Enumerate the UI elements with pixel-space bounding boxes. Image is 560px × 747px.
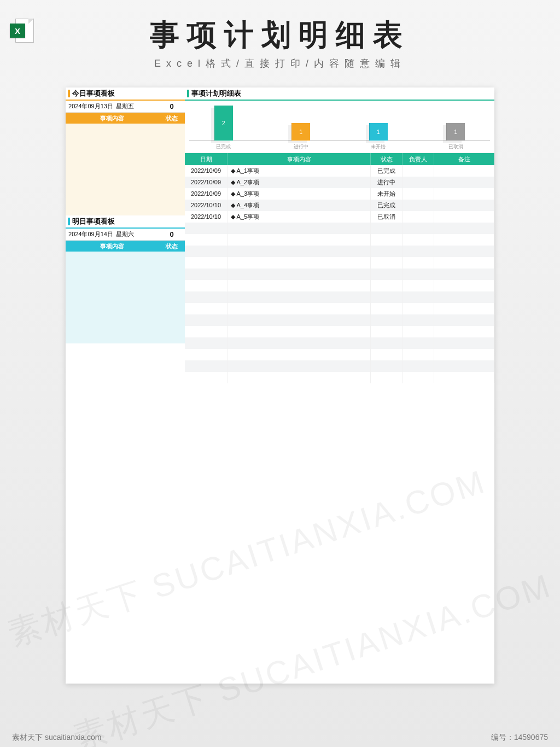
grid-hdr-date: 日期	[185, 153, 228, 165]
grid-header: 日期 事项内容 状态 负责人 备注	[185, 153, 494, 165]
cell-date	[185, 246, 228, 257]
cell-status	[371, 246, 402, 257]
cell-status: 已取消	[371, 211, 402, 223]
cell-content: ◆ A_1事项	[228, 165, 371, 177]
cell-note	[434, 177, 494, 188]
cell-owner	[402, 200, 434, 211]
cell-date	[185, 257, 228, 269]
table-row[interactable]	[185, 291, 494, 303]
grid-hdr-status: 状态	[371, 153, 402, 165]
cell-note	[434, 165, 494, 177]
cell-date	[185, 303, 228, 314]
cell-owner	[402, 246, 434, 257]
table-row[interactable]	[185, 246, 494, 257]
cell-date: 2022/10/09	[185, 165, 228, 177]
table-row[interactable]	[185, 257, 494, 269]
table-row[interactable]	[185, 349, 494, 360]
today-header-row: 事项内容 状态	[66, 113, 185, 124]
status-chart: 2111 已完成进行中未开始已取消	[185, 101, 494, 153]
cell-content	[228, 280, 371, 291]
cell-note	[434, 360, 494, 372]
cell-status: 已完成	[371, 165, 402, 177]
cell-content: ◆ A_3事项	[228, 188, 371, 200]
grid-body: 2022/10/09◆ A_1事项已完成2022/10/09◆ A_2事项进行中…	[185, 165, 494, 383]
cell-content	[228, 234, 371, 246]
today-body	[66, 124, 185, 215]
cell-date: 2022/10/10	[185, 211, 228, 223]
cell-date	[185, 337, 228, 349]
accent-bar-icon	[68, 218, 70, 225]
cell-date	[185, 349, 228, 360]
tomorrow-count: 0	[159, 230, 185, 238]
left-column: 今日事项看板 2024年09月13日 星期五 0 事项内容 状态 明日事项看板	[66, 87, 185, 684]
cell-owner	[402, 303, 434, 314]
table-row[interactable]	[185, 326, 494, 337]
cell-owner	[402, 280, 434, 291]
main-panel-title: 事项计划明细表	[185, 87, 494, 101]
table-row[interactable]	[185, 303, 494, 314]
template-sheet: 今日事项看板 2024年09月13日 星期五 0 事项内容 状态 明日事项看板	[66, 87, 494, 684]
table-row[interactable]	[185, 314, 494, 326]
table-row[interactable]	[185, 360, 494, 372]
chart-bar: 1	[369, 123, 388, 141]
cell-date	[185, 269, 228, 280]
today-hdr-content: 事项内容	[66, 113, 159, 124]
table-row[interactable]: 2022/10/09◆ A_2事项进行中	[185, 177, 494, 188]
cell-status: 已完成	[371, 200, 402, 211]
grid-hdr-note: 备注	[434, 153, 494, 165]
cell-owner	[402, 337, 434, 349]
cell-status	[371, 372, 402, 383]
cell-owner	[402, 291, 434, 303]
cell-content: ◆ A_4事项	[228, 200, 371, 211]
page-subtitle: Excel格式/直接打印/内容随意编辑	[0, 57, 560, 70]
table-row[interactable]: 2022/10/09◆ A_3事项未开始	[185, 188, 494, 200]
cell-owner	[402, 234, 434, 246]
cell-note	[434, 234, 494, 246]
grid-hdr-content: 事项内容	[228, 153, 371, 165]
cell-date	[185, 280, 228, 291]
cell-status: 未开始	[371, 188, 402, 200]
table-row[interactable]	[185, 372, 494, 383]
cell-note	[434, 303, 494, 314]
cell-status	[371, 303, 402, 314]
today-title-text: 今日事项看板	[72, 89, 115, 98]
table-row[interactable]: 2022/10/10◆ A_4事项已完成	[185, 200, 494, 211]
tomorrow-date: 2024年09月14日	[66, 230, 116, 238]
cell-note	[434, 326, 494, 337]
cell-note	[434, 188, 494, 200]
cell-note	[434, 257, 494, 269]
cell-content	[228, 246, 371, 257]
cell-status	[371, 234, 402, 246]
chart-bar: 1	[291, 123, 310, 141]
cell-owner	[402, 177, 434, 188]
cell-content	[228, 303, 371, 314]
table-row[interactable]	[185, 234, 494, 246]
cell-content	[228, 223, 371, 234]
table-row[interactable]: 2022/10/09◆ A_1事项已完成	[185, 165, 494, 177]
table-row[interactable]	[185, 280, 494, 291]
cell-date	[185, 360, 228, 372]
table-row[interactable]	[185, 269, 494, 280]
accent-bar-icon	[187, 90, 189, 97]
tomorrow-date-row: 2024年09月14日 星期六 0	[66, 229, 185, 241]
cell-date: 2022/10/10	[185, 200, 228, 211]
cell-content	[228, 269, 371, 280]
cell-owner	[402, 223, 434, 234]
tomorrow-weekday: 星期六	[116, 230, 159, 238]
chart-category-label: 已完成	[185, 143, 262, 150]
table-row[interactable]	[185, 223, 494, 234]
chart-bar: 2	[214, 106, 233, 141]
table-row[interactable]	[185, 337, 494, 349]
cell-content	[228, 372, 371, 383]
cell-date	[185, 234, 228, 246]
cell-status	[371, 314, 402, 326]
cell-status	[371, 269, 402, 280]
cell-content	[228, 360, 371, 372]
table-row[interactable]: 2022/10/10◆ A_5事项已取消	[185, 211, 494, 223]
cell-status	[371, 223, 402, 234]
page-title: 事项计划明细表	[0, 15, 560, 55]
chart-category-label: 已取消	[417, 143, 495, 150]
footer-id-value: 14590675	[514, 733, 548, 742]
cell-status: 进行中	[371, 177, 402, 188]
footer-id-label: 编号：	[491, 733, 514, 742]
